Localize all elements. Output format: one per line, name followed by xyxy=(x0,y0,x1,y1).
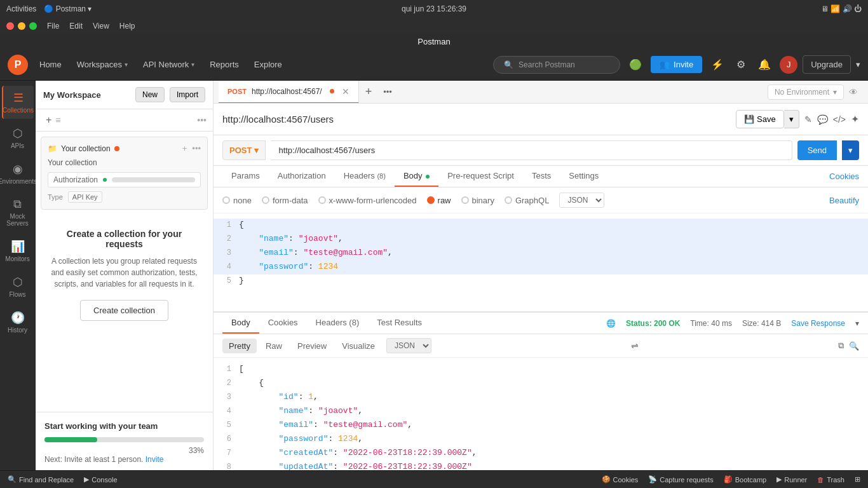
res-opt-raw[interactable]: Raw xyxy=(259,339,288,353)
sidebar-item-environments[interactable]: ◉ Environments xyxy=(2,157,34,190)
env-dropdown[interactable]: No Environment ▾ xyxy=(768,85,844,100)
console-item[interactable]: ▶ Console xyxy=(84,475,117,484)
nav-explore[interactable]: Explore xyxy=(248,56,288,73)
invite-button[interactable]: 👥 Invite xyxy=(651,56,702,73)
cookies-bottom-item[interactable]: 🍪 Cookies xyxy=(602,475,639,484)
opt-none[interactable]: none xyxy=(222,196,252,205)
env-eye-icon[interactable]: 👁 xyxy=(849,87,858,97)
tab-close-icon[interactable]: ✕ xyxy=(342,86,349,97)
send-button[interactable]: Send xyxy=(797,140,837,160)
invite-link[interactable]: Invite xyxy=(146,455,164,464)
nav-workspaces[interactable]: Workspaces ▾ xyxy=(71,56,134,73)
copy-icon[interactable]: ⧉ xyxy=(838,341,844,351)
response-body-editor[interactable]: 1 [ 2 { 3 "id": 1, 4 xyxy=(214,358,868,470)
star-icon[interactable]: ✦ xyxy=(851,113,859,125)
request-body-editor[interactable]: 1 { 2 "name": "joaovt", 3 "email": "test… xyxy=(214,214,868,311)
add-to-card-icon[interactable]: + xyxy=(182,144,187,153)
comment-icon[interactable]: 💬 xyxy=(817,114,828,125)
res-tab-headers[interactable]: Headers (8) xyxy=(307,313,369,334)
opt-form-data[interactable]: form-data xyxy=(262,196,308,205)
radar-icon[interactable]: 🟢 xyxy=(625,55,646,74)
tab-params[interactable]: Params xyxy=(222,166,269,187)
sidebar-item-mock-servers[interactable]: ⧉ Mock Servers xyxy=(2,193,34,232)
menu-file[interactable]: File xyxy=(47,22,59,30)
bell-icon[interactable]: 🔔 xyxy=(754,55,775,74)
sidebar-item-flows[interactable]: ⬡ Flows xyxy=(2,270,34,303)
app-name-label[interactable]: 🔵 Postman ▾ xyxy=(44,4,92,13)
menu-help[interactable]: Help xyxy=(119,22,135,30)
card-more-icon[interactable]: ••• xyxy=(192,144,201,153)
close-window-btn[interactable] xyxy=(6,22,14,30)
opt-graphql[interactable]: GraphQL xyxy=(505,196,549,205)
res-line-num-7: 7 xyxy=(214,447,239,461)
gear-icon[interactable]: ⚙ xyxy=(733,55,749,74)
edit-icon[interactable]: ✎ xyxy=(804,114,812,125)
bootcamp-item[interactable]: 🎒 Bootcamp xyxy=(724,475,767,484)
sidebar-item-history[interactable]: 🕐 History xyxy=(2,306,34,339)
beautify-button[interactable]: Beautify xyxy=(829,196,859,205)
code-icon[interactable]: </> xyxy=(833,114,846,125)
res-line-content-7: "createdAt": "2022-06-23T18:22:39.000Z", xyxy=(239,447,868,461)
search-bar[interactable]: 🔍 Search Postman xyxy=(493,56,620,74)
res-line-6: 6 "password": 1234, xyxy=(214,433,868,447)
upgrade-caret[interactable]: ▾ xyxy=(856,60,860,69)
more-options-icon[interactable]: ••• xyxy=(197,115,207,125)
find-replace-item[interactable]: 🔍 Find and Replace xyxy=(8,475,74,484)
runner-item[interactable]: ▶ Runner xyxy=(776,475,807,484)
url-input[interactable] xyxy=(271,140,792,160)
new-button[interactable]: New xyxy=(135,87,165,102)
opt-urlencoded[interactable]: x-www-form-urlencoded xyxy=(318,196,417,205)
env-label: No Environment xyxy=(775,88,829,97)
tab-body[interactable]: Body xyxy=(395,166,438,187)
maximize-window-btn[interactable] xyxy=(29,22,37,30)
res-opt-pretty[interactable]: Pretty xyxy=(222,339,257,353)
lightning-icon[interactable]: ⚡ xyxy=(707,55,728,74)
active-tab[interactable]: POST http://localhost:4567/ ✕ xyxy=(219,81,359,104)
nav-api-network[interactable]: API Network ▾ xyxy=(137,56,201,73)
tab-more-button[interactable]: ••• xyxy=(378,87,397,97)
opt-raw[interactable]: raw xyxy=(427,196,451,205)
tab-tests[interactable]: Tests xyxy=(523,166,560,187)
sidebar-item-apis[interactable]: ⬡ APIs xyxy=(2,121,34,154)
res-tab-test-results[interactable]: Test Results xyxy=(368,313,431,334)
upgrade-button[interactable]: Upgrade xyxy=(803,55,851,74)
save-response-button[interactable]: Save Response xyxy=(791,319,845,328)
save-button[interactable]: 💾 Save xyxy=(736,110,784,128)
res-opt-preview[interactable]: Preview xyxy=(291,339,333,353)
res-tab-cookies[interactable]: Cookies xyxy=(259,313,307,334)
opt-binary[interactable]: binary xyxy=(461,196,494,205)
res-format-select[interactable]: JSON xyxy=(386,338,431,353)
capture-item[interactable]: 📡 Capture requests xyxy=(648,475,713,484)
trash-item[interactable]: 🗑 Trash xyxy=(817,476,844,484)
cookies-link[interactable]: Cookies xyxy=(829,172,859,181)
type-select[interactable]: API Key xyxy=(68,191,102,203)
res-opt-visualize[interactable]: Visualize xyxy=(336,339,381,353)
import-button[interactable]: Import xyxy=(170,87,205,102)
method-select[interactable]: POST ▾ xyxy=(222,140,266,160)
menu-edit[interactable]: Edit xyxy=(69,22,83,30)
tab-headers[interactable]: Headers (8) xyxy=(335,166,395,187)
search-response-icon[interactable]: 🔍 xyxy=(849,341,859,351)
user-avatar[interactable]: J xyxy=(780,56,797,74)
expand-icon[interactable]: ⊞ xyxy=(855,475,860,484)
sidebar-item-collections[interactable]: ☰ Collections xyxy=(2,86,34,119)
minimize-window-btn[interactable] xyxy=(18,22,25,30)
wrap-icon[interactable]: ⇌ xyxy=(631,341,639,351)
add-tab-button[interactable]: + xyxy=(359,85,379,98)
create-collection-button[interactable]: Create collection xyxy=(80,300,168,321)
save-response-caret[interactable]: ▾ xyxy=(855,319,859,328)
menu-view[interactable]: View xyxy=(93,22,109,30)
tab-settings[interactable]: Settings xyxy=(560,166,607,187)
nav-reports[interactable]: Reports xyxy=(203,56,245,73)
save-caret-button[interactable]: ▾ xyxy=(784,110,799,128)
send-caret-button[interactable]: ▾ xyxy=(842,140,859,160)
tab-authorization[interactable]: Authorization xyxy=(269,166,335,187)
tab-pre-request-script[interactable]: Pre-request Script xyxy=(438,166,523,187)
nav-home[interactable]: Home xyxy=(33,56,68,73)
res-tab-body[interactable]: Body xyxy=(222,313,259,334)
sidebar-item-monitors[interactable]: 📊 Monitors xyxy=(2,234,34,268)
activities-label[interactable]: Activities xyxy=(6,4,36,13)
add-item-button[interactable]: + xyxy=(42,113,55,127)
body-format-select[interactable]: JSON xyxy=(559,193,604,208)
sort-icon[interactable]: ≡ xyxy=(55,115,60,125)
